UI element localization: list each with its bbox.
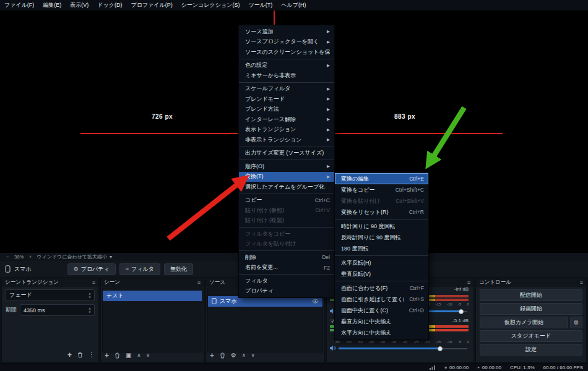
menu-item[interactable]: 変換をリセット(R)Ctrl+R: [335, 207, 428, 218]
spinner-down-icon[interactable]: ∨: [89, 310, 91, 313]
control-button[interactable]: 仮想カメラ開始: [480, 317, 568, 328]
menu-separator: [239, 147, 334, 147]
control-button[interactable]: 配信開始: [480, 289, 582, 301]
remove-scene-button[interactable]: [115, 350, 120, 361]
menu-item-label: 垂直反転(V): [341, 270, 424, 278]
menubar-item[interactable]: シーンコレクション(S): [177, 0, 244, 11]
menu-item[interactable]: 名前を変更...F2: [239, 263, 334, 273]
volume-slider-handle[interactable]: [438, 346, 443, 351]
menu-item[interactable]: ミキサーから非表示: [239, 70, 334, 81]
dock-menu-icon[interactable]: ≡: [92, 279, 95, 286]
menu-item[interactable]: 選択したアイテムをグループ化: [239, 182, 334, 192]
menu-item[interactable]: 表示トランジション▶: [239, 125, 334, 135]
add-scene-button[interactable]: +: [105, 352, 109, 359]
control-button[interactable]: 設定: [480, 344, 582, 356]
dock-menu-icon[interactable]: ≡: [580, 279, 583, 286]
duration-input[interactable]: 4350 ms ∧∨: [20, 304, 95, 316]
menu-item[interactable]: 非表示トランジション▶: [239, 135, 334, 145]
menu-item[interactable]: 画面に引き延ばして置く(S)Ctrl+S: [335, 294, 428, 305]
menu-item[interactable]: 出力サイズ変更 (ソースサイズ): [239, 148, 334, 159]
menu-item[interactable]: 変換(T)▶: [239, 172, 334, 182]
transition-properties-button[interactable]: ⋮: [89, 352, 95, 358]
menu-item[interactable]: 削除Del: [239, 252, 334, 263]
menu-item[interactable]: 画面中央に置く(C)Ctrl+D: [335, 305, 428, 316]
control-button[interactable]: スタジオモード: [480, 330, 582, 342]
add-transition-button[interactable]: +: [67, 352, 72, 358]
menu-item[interactable]: 水平方向に中央揃え: [335, 327, 428, 338]
menu-item[interactable]: ソース追加▶: [239, 27, 334, 37]
obs-window: ファイル(F)編集(E)表示(V)ドック(D)プロファイル(P)シーンコレクショ…: [0, 0, 588, 371]
db-scale-tick: -5: [458, 302, 461, 306]
network-bars-icon: [430, 365, 436, 370]
move-source-down-button[interactable]: ∨: [251, 352, 255, 359]
virtual-camera-config-button[interactable]: ⚙: [570, 317, 582, 328]
menubar-item[interactable]: ファイル(F): [0, 0, 38, 11]
menu-item[interactable]: 変換の編集Ctrl+E: [335, 173, 428, 184]
db-scale-tick: -20: [425, 340, 430, 344]
menu-item[interactable]: 180 度回転: [335, 243, 428, 254]
menu-item[interactable]: スケールフィルタ▶: [239, 84, 334, 95]
menu-item[interactable]: ブレンドモード▶: [239, 94, 334, 104]
menubar-item[interactable]: ヘルプ(H): [277, 0, 310, 11]
mute-speaker-icon[interactable]: [329, 345, 336, 351]
zoom-out-button[interactable]: −: [6, 254, 9, 260]
move-scene-down-button[interactable]: ∨: [146, 352, 150, 359]
menu-item[interactable]: 時計回りに 90 度回転: [335, 221, 428, 232]
menu-item-label: 変換の編集: [341, 175, 404, 183]
menubar-item[interactable]: ツール(T): [244, 0, 277, 11]
dock-menu-icon[interactable]: ≡: [467, 279, 470, 286]
menubar-item[interactable]: ドック(D): [93, 0, 126, 11]
volume-slider[interactable]: [339, 346, 467, 351]
menu-item[interactable]: フィルタ: [239, 276, 334, 286]
menu-item-label: 変換をコピー: [341, 186, 391, 194]
menu-separator: [239, 250, 334, 251]
fit-to-window-dropdown[interactable]: ウィンドウに合わせて拡大縮小 ▾: [37, 254, 112, 260]
menu-item[interactable]: インターレース解除▶: [239, 114, 334, 125]
db-scale-tick: -15: [436, 302, 441, 306]
move-scene-up-button[interactable]: ∧: [137, 352, 141, 359]
menu-item[interactable]: 画面に合わせる(F)Ctrl+F: [335, 283, 428, 294]
move-source-up-button[interactable]: ∧: [242, 352, 246, 359]
menu-item[interactable]: ブレンド方法▶: [239, 104, 334, 115]
menu-item[interactable]: 順序(O)▶: [239, 161, 334, 172]
add-source-button[interactable]: +: [210, 352, 214, 359]
visibility-eye-icon[interactable]: [312, 299, 319, 305]
submenu-arrow-icon: ▶: [327, 174, 330, 179]
menu-item-label: 水平反転(H): [341, 259, 424, 267]
disable-source-button[interactable]: 無効化: [164, 263, 193, 275]
scene-item[interactable]: テスト: [103, 291, 202, 301]
menubar-item[interactable]: 編集(E): [38, 0, 66, 11]
menu-item[interactable]: ソースのスクリーンショットを保存: [239, 47, 334, 58]
source-properties-button[interactable]: ⚙: [231, 352, 236, 359]
properties-button[interactable]: ⚙ プロパティ: [67, 263, 116, 275]
menubar-item[interactable]: プロファイル(P): [126, 0, 176, 11]
menu-item: 変換を貼り付けCtrl+Shift+V: [335, 195, 428, 207]
duplicate-scene-button[interactable]: ▣: [126, 352, 131, 359]
dock-menu-icon[interactable]: ≡: [197, 279, 201, 286]
menu-item[interactable]: 色の設定▶: [239, 61, 334, 71]
control-button[interactable]: 録画開始: [480, 303, 582, 315]
menu-item[interactable]: 水平反転(H): [335, 257, 428, 268]
filters-button[interactable]: ≡ フィルタ: [119, 263, 160, 275]
remove-source-button[interactable]: [220, 350, 225, 361]
menu-item[interactable]: 垂直反転(V): [335, 268, 428, 279]
remove-transition-button[interactable]: [77, 349, 83, 360]
menu-item[interactable]: 反時計回りに 90 度回転: [335, 232, 428, 243]
volume-slider-handle[interactable]: [459, 309, 464, 314]
menu-item[interactable]: プロパティ: [239, 286, 334, 297]
menu-item[interactable]: ソースプロジェクターを開く▶: [239, 37, 334, 48]
transition-select[interactable]: フェード ∧∨: [6, 289, 95, 301]
scenes-list: テスト: [102, 288, 202, 352]
zoom-in-button[interactable]: +: [29, 254, 32, 260]
menu-item-label: ブレンド方法: [245, 105, 323, 113]
menu-separator: [239, 59, 334, 59]
db-scale-tick: -50: [357, 340, 363, 344]
menubar-item[interactable]: 表示(V): [66, 0, 93, 11]
submenu-arrow-icon: ▶: [327, 127, 330, 132]
menu-item[interactable]: 垂直方向に中央揃え: [335, 316, 428, 327]
spinner-down-icon[interactable]: ∨: [89, 296, 91, 299]
menu-item[interactable]: 変換をコピーCtrl+Shift+C: [335, 184, 428, 195]
menu-item-shortcut: Del: [322, 254, 330, 260]
menu-item[interactable]: コピーCtrl+C: [239, 195, 334, 206]
source-name: スマホ: [220, 297, 309, 305]
